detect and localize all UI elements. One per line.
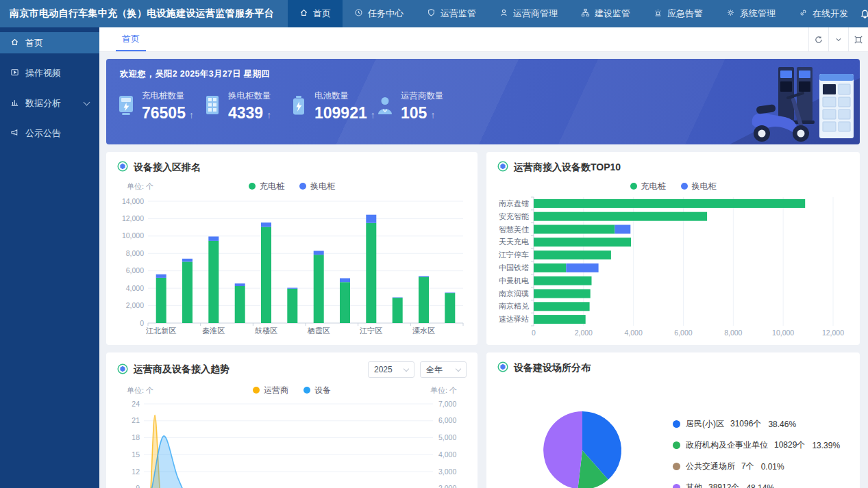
card-title: 设备接入区排名 [117, 161, 201, 174]
range-select[interactable]: 全年 [420, 361, 467, 378]
card-operator-top10: 运营商接入设备数TOP10 充电桩换电柜 02,0004,0006,0008,0… [486, 152, 860, 345]
svg-text:21: 21 [132, 416, 140, 424]
app-title: 南京市电动自行车集中充（换）电设施建设运营监管服务平台 [0, 8, 288, 20]
user-icon [499, 8, 508, 19]
bar-segment [287, 288, 297, 289]
sidebar-item-home[interactable]: 首页 [0, 32, 99, 53]
card-access-trend: 运营商及设备接入趋势 2025 全年 单位: 个 单位: 个 运营商设备 [106, 352, 478, 488]
operator-top10-bar-chart[interactable]: 02,0004,0006,0008,00010,00012,000南京盘镭安充智… [495, 196, 851, 342]
svg-text:3,000: 3,000 [438, 467, 456, 476]
nav-item-task-center[interactable]: 任务中心 [343, 0, 415, 27]
pie-legend-item[interactable]: 公共交通场所7个0.01% [673, 461, 840, 472]
axis-unit-label: 单位: 个 [127, 181, 153, 192]
tab-home[interactable]: 首页 [116, 27, 146, 51]
legend-item[interactable]: 换电柜 [681, 181, 717, 192]
gear-icon [726, 8, 735, 19]
nav-item-online-dev[interactable]: 在线开发 [787, 0, 860, 27]
sidebar-item-operation-videos[interactable]: 操作视频 [0, 62, 99, 84]
sidebar-item-public-notice[interactable]: 公示公告 [0, 123, 99, 144]
sidebar-item-data-analysis[interactable]: 数据分析 [0, 92, 99, 114]
content: 欢迎您，吴阳2 2025年3月27日 星期四 充电桩数量 76505↑ 换电柜数… [99, 52, 868, 488]
bar-segment [534, 277, 592, 285]
exit-fullscreen-icon[interactable] [848, 27, 868, 51]
svg-text:24: 24 [132, 400, 140, 408]
nav-item-construction-supervision[interactable]: 建设监管 [569, 0, 642, 27]
card-title: 运营商接入设备数TOP10 [497, 161, 621, 174]
card-title: 设备建设场所分布 [497, 361, 591, 374]
svg-text:安充智能: 安充智能 [499, 212, 529, 220]
nav-item-emergency-alert[interactable]: 应急告警 [642, 0, 715, 27]
stat-batteries: 电池数量 109921↑ [290, 90, 376, 123]
svg-text:18: 18 [132, 433, 140, 441]
trend-area-chart[interactable]: 03061,00092,000123,000154,000185,000216,… [115, 400, 469, 488]
svg-text:中国铁塔: 中国铁塔 [499, 264, 529, 272]
bar-segment [182, 259, 193, 262]
charts-row-2: 运营商及设备接入趋势 2025 全年 单位: 个 单位: 个 运营商设备 [106, 352, 860, 488]
nav-item-home[interactable]: 首页 [288, 0, 343, 27]
bar-chart-icon [10, 98, 19, 109]
bar-segment [235, 283, 245, 286]
legend-item[interactable]: 设备 [303, 385, 331, 396]
bar-segment [261, 222, 271, 227]
stat-operators: 运营商数量 105↑ [376, 90, 462, 123]
nav-item-operation-supervision[interactable]: 运营监管 [415, 0, 488, 27]
svg-text:6,000: 6,000 [674, 329, 692, 337]
chart-legend: 充电桩换电柜 [486, 178, 860, 194]
svg-text:2,000: 2,000 [438, 484, 456, 488]
svg-text:14,000: 14,000 [122, 197, 144, 205]
top-navbar: 南京市电动自行车集中充（换）电设施建设运营监管服务平台 首页 任务中心 运营监管… [0, 0, 868, 27]
nav-item-operator-management[interactable]: 运营商管理 [488, 0, 569, 27]
siren-icon [654, 8, 662, 19]
svg-text:4,000: 4,000 [438, 450, 456, 459]
svg-text:2,000: 2,000 [126, 301, 144, 309]
bar-segment [615, 225, 630, 234]
refresh-icon[interactable] [808, 27, 828, 51]
pie-legend-item[interactable]: 居民(小)区31096个38.46% [673, 418, 840, 430]
battery-icon [290, 95, 308, 118]
legend-item[interactable]: 充电桩 [249, 181, 284, 192]
district-bar-chart[interactable]: 02,0004,0006,0008,00010,00012,00014,000江… [115, 196, 469, 341]
svg-text:4,000: 4,000 [126, 284, 144, 292]
svg-text:鼓楼区: 鼓楼区 [254, 326, 277, 335]
bar-segment [182, 261, 193, 323]
video-icon [10, 68, 19, 79]
bar-segment [156, 278, 166, 323]
megaphone-icon [10, 128, 19, 139]
axis-unit-label: 单位: 个 [430, 385, 457, 396]
svg-text:栖霞区: 栖霞区 [307, 326, 330, 335]
chevron-down-icon [84, 99, 90, 105]
bell-icon[interactable] [860, 9, 868, 19]
bar-segment [534, 251, 611, 259]
nav-item-system-management[interactable]: 系统管理 [715, 0, 787, 27]
legend-item[interactable]: 充电桩 [630, 181, 666, 192]
legend-item[interactable]: 换电柜 [299, 181, 335, 192]
svg-text:江北新区: 江北新区 [145, 326, 176, 335]
up-arrow: ↑ [266, 110, 271, 120]
chevron-down-icon [404, 365, 409, 371]
bar-segment [445, 293, 455, 294]
up-arrow: ↑ [371, 110, 375, 120]
year-select[interactable]: 2025 [368, 361, 414, 378]
svg-text:5,000: 5,000 [438, 433, 456, 441]
svg-text:中曼机电: 中曼机电 [499, 277, 529, 285]
chevron-down-icon[interactable] [828, 27, 848, 51]
up-arrow: ↑ [430, 110, 435, 120]
pie-legend-item[interactable]: 其他38912个48.14% [673, 482, 840, 488]
pie-legend-item[interactable]: 政府机构及企事业单位10829个13.39% [673, 439, 840, 451]
section-badge-icon [117, 161, 128, 174]
svg-text:天天充电: 天天充电 [499, 237, 529, 246]
section-badge-icon [117, 363, 128, 376]
link-icon [799, 8, 808, 19]
svg-text:8,000: 8,000 [126, 249, 144, 257]
bar-segment [534, 237, 631, 246]
bar-segment [208, 237, 219, 241]
svg-text:12: 12 [132, 467, 140, 476]
bar-segment [366, 223, 376, 323]
bar-segment [566, 264, 598, 272]
svg-text:8,000: 8,000 [724, 329, 742, 337]
pie-legend: 居民(小)区31096个38.46%政府机构及企事业单位10829个13.39%… [673, 418, 840, 488]
main-area: 首页 欢迎您，吴阳2 2025年3月27日 星期四 充电桩数量 76505↑ [99, 27, 868, 488]
svg-text:溧水区: 溧水区 [412, 326, 435, 335]
tab-tools [808, 27, 868, 51]
legend-item[interactable]: 运营商 [253, 385, 288, 396]
